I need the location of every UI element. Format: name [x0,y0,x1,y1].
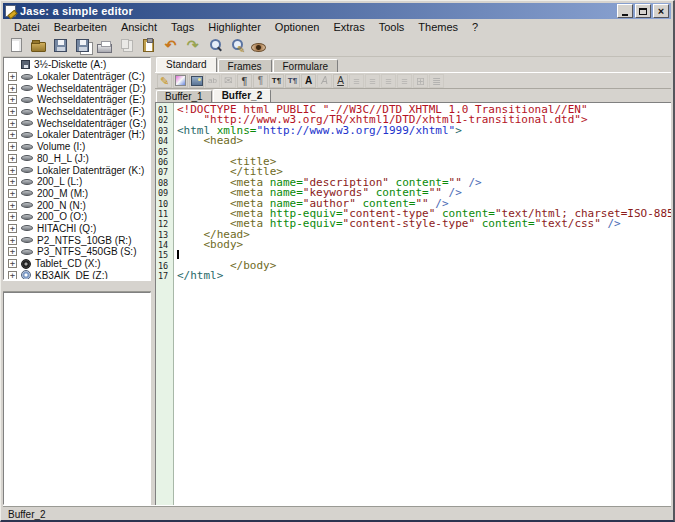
cd-rom-icon [21,259,31,269]
menu-datei[interactable]: Datei [7,20,47,34]
line-number: 13 [156,230,173,240]
expand-icon[interactable]: + [8,201,17,210]
drive-item[interactable]: +200_M (M:) [4,188,150,200]
save-button[interactable] [50,35,71,56]
expand-icon[interactable]: + [8,154,17,163]
buffer-tab-buffer_1[interactable]: Buffer_1 [156,90,212,102]
cd-blue-icon [21,270,31,280]
expand-icon[interactable]: + [8,107,17,116]
drive-item[interactable]: +P3_NTFS_450GB (S:) [4,246,150,258]
expand-icon[interactable]: + [8,259,17,268]
underline-button[interactable] [333,74,348,88]
menu-ansicht[interactable]: Ansicht [114,20,164,34]
expand-icon[interactable]: + [8,247,17,256]
drive-item[interactable]: +Lokaler Datenträger (K:) [4,164,150,176]
expand-icon[interactable]: + [8,236,17,245]
drive-item[interactable]: +200_N (N:) [4,199,150,211]
paragraph-button[interactable] [237,74,252,88]
menu-help[interactable]: ? [465,20,485,34]
tab-frames[interactable]: Frames [218,59,272,72]
expand-icon[interactable]: + [8,177,17,186]
print-button[interactable] [94,35,115,56]
align-left-icon [353,76,359,86]
tab-formulare[interactable]: Formulare [273,59,339,72]
text-paragraph-button[interactable] [269,74,284,88]
close-button[interactable]: × [653,4,669,18]
expand-icon[interactable]: + [8,95,17,104]
expand-icon[interactable]: + [8,271,17,280]
syntax-url: "http://www.w3.org/1999/xhtml" [257,124,456,137]
drive-item[interactable]: +Wechseldatenträger (D:) [4,82,150,94]
bold-button[interactable] [301,74,316,88]
insert-image-button[interactable] [189,74,204,88]
align-left-button [349,74,364,88]
search-replace-button[interactable] [226,35,247,56]
expand-icon[interactable]: + [8,119,17,128]
drive-item[interactable]: +Tablet_CD (X:) [4,258,150,270]
hard-disk-icon [21,85,33,91]
drive-item[interactable]: +Wechseldatenträger (F:) [4,106,150,118]
menu-optionen[interactable]: Optionen [268,20,327,34]
preview-icon [251,43,266,52]
expand-icon[interactable]: + [8,72,17,81]
syntax-attr: content= [475,217,535,230]
undo-button[interactable] [160,35,181,56]
drive-item[interactable]: +Lokaler Datenträger (H:) [4,129,150,141]
menu-bearbeiten[interactable]: Bearbeiten [47,20,114,34]
buffer-tab-buffer_2[interactable]: Buffer_2 [213,89,272,102]
menu-themes[interactable]: Themes [411,20,465,34]
drive-item[interactable]: +Wechseldatenträger (G:) [4,117,150,129]
code-editor[interactable]: 0102030405060708091011121314151617 <!DOC… [155,102,671,505]
drive-item[interactable]: +KB3AIK_DE (Z:) [4,269,150,280]
redo-icon [187,38,199,52]
tab-standard[interactable]: Standard [156,57,217,72]
expand-icon[interactable]: + [8,212,17,221]
expand-icon[interactable]: + [8,189,17,198]
drive-item[interactable]: +Lokaler Datenträger (C:) [4,71,150,83]
save-as-button[interactable] [72,35,93,56]
expand-icon[interactable]: + [8,130,17,139]
open-file-button[interactable] [28,35,49,56]
expand-icon[interactable]: + [8,142,17,151]
minimize-button[interactable] [617,4,633,18]
drive-item[interactable]: +200_O (O:) [4,211,150,223]
syntax-punct: /> [462,176,482,189]
menu-tags[interactable]: Tags [164,20,201,34]
expand-icon[interactable]: + [8,84,17,93]
line-number: 03 [156,126,173,136]
align-justify-button [397,74,412,88]
drive-item[interactable]: +Wechseldatenträger (E:) [4,94,150,106]
status-panel: Buffer_2 [3,506,671,521]
menu-highlighter[interactable]: Highlighter [201,20,268,34]
search-button[interactable] [204,35,225,56]
new-file-button[interactable] [6,35,27,56]
drive-item[interactable]: +HITACHI (Q:) [4,223,150,235]
menubar: DateiBearbeitenAnsichtTagsHighlighterOpt… [3,19,671,34]
drive-item[interactable]: +Volume (I:) [4,141,150,153]
drive-label: KB3AIK_DE (Z:) [35,270,108,280]
text-paragraph-alt-button[interactable] [285,74,300,88]
titlebar[interactable]: Jase: a simple editor × [3,3,671,19]
menu-extras[interactable]: Extras [326,20,371,34]
menu-tools[interactable]: Tools [372,20,412,34]
undo-icon [165,38,177,52]
drive-item[interactable]: +P2_NTFS_10GB (R:) [4,234,150,246]
horizontal-splitter[interactable] [3,280,151,292]
maximize-button[interactable] [635,4,651,18]
drive-item[interactable]: 3½-Diskette (A:) [4,59,150,71]
underline-icon [337,76,344,86]
code-area[interactable]: <!DOCTYPE html PUBLIC "-//W3C//DTD XHTML… [174,103,671,505]
maximize-icon [639,8,647,15]
wizard-pen-button[interactable] [157,74,172,88]
color-palette-button[interactable] [173,74,188,88]
paste-button[interactable] [138,35,159,56]
expand-icon[interactable]: + [8,166,17,175]
open-file-icon [31,42,46,52]
drive-item[interactable]: +80_H_L (J:) [4,153,150,165]
mail-link-icon [224,76,232,86]
redo-button[interactable] [182,35,203,56]
expand-icon[interactable]: + [8,224,17,233]
preview-button[interactable] [248,35,269,56]
line-break-button[interactable] [253,74,268,88]
drive-item[interactable]: +200_L (L:) [4,176,150,188]
